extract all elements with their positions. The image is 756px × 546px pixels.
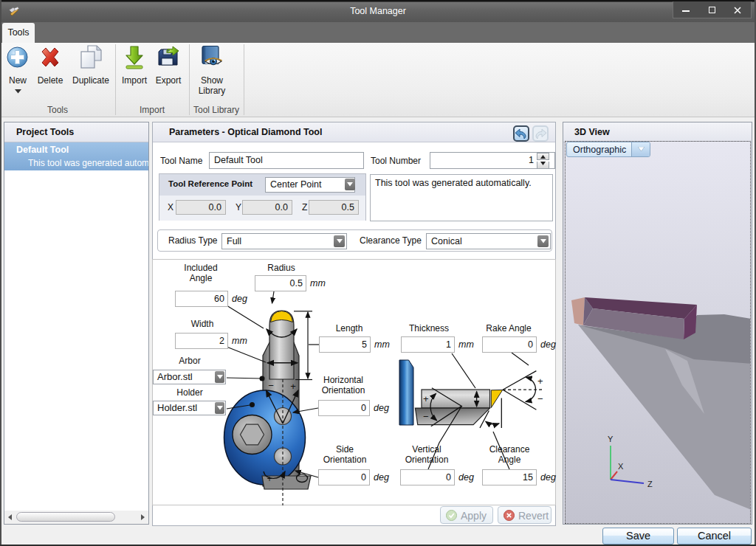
- svg-text:+: +: [290, 381, 296, 392]
- svg-text:+: +: [537, 376, 543, 387]
- svg-text:Z: Z: [647, 480, 653, 488]
- svg-text:+: +: [423, 393, 429, 404]
- svg-text:−: −: [423, 411, 429, 422]
- svg-text:−: −: [268, 380, 274, 391]
- svg-text:+: +: [267, 474, 272, 484]
- svg-text:X: X: [618, 462, 624, 471]
- svg-text:−: −: [537, 393, 543, 404]
- svg-text:Y: Y: [608, 435, 614, 443]
